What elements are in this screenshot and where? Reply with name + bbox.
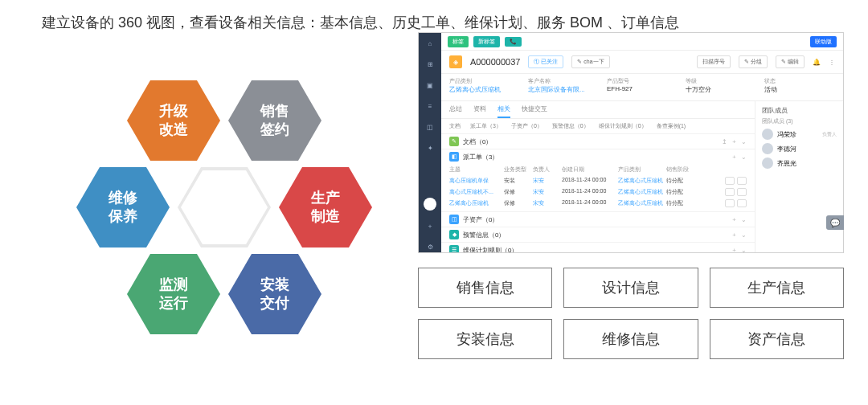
row-action-1[interactable] xyxy=(725,199,735,207)
team-member[interactable]: 李德河 xyxy=(762,143,837,154)
top-pill-2[interactable]: 新标签 xyxy=(473,36,500,47)
hex-center: 设备 xyxy=(178,167,271,248)
upload-icon[interactable]: ↥ xyxy=(722,138,727,145)
row-action-1[interactable] xyxy=(725,177,735,185)
info-cards: 销售信息 设计信息 生产信息 安装信息 维修信息 资产信息 xyxy=(418,268,844,359)
tab-data[interactable]: 资料 xyxy=(473,104,486,118)
user-icon[interactable] xyxy=(424,198,436,211)
chat-fab-icon[interactable]: 💬 xyxy=(826,215,844,230)
info-row: 产品类别乙烯离心式压缩机 客户名称北京国际设备有限... 产品型号EFH-927… xyxy=(441,74,843,101)
subtab-case[interactable]: 备查案例(1) xyxy=(657,122,686,130)
top-pill-phone[interactable]: 📞 xyxy=(505,37,522,47)
tab-quick[interactable]: 快捷交互 xyxy=(522,104,547,118)
add-icon[interactable]: + xyxy=(732,231,736,239)
tab-summary[interactable]: 总结 xyxy=(449,104,462,118)
work-icon: ◧ xyxy=(449,152,459,162)
collapse-icon[interactable]: ⌄ xyxy=(741,153,747,161)
avatar xyxy=(762,158,773,169)
card-produce[interactable]: 生产信息 xyxy=(710,268,844,308)
hex-upgrade: 升级 改造 xyxy=(127,80,220,161)
hex-repair: 维修 保养 xyxy=(76,167,170,248)
add-icon[interactable]: + xyxy=(732,138,736,145)
hex-sales: 销售 签约 xyxy=(228,80,321,161)
table-header: 主题业务类型负责人创建日期产品类别销售阶段 xyxy=(449,164,747,175)
avatar xyxy=(762,143,773,154)
record-header: ◈ A000000037 ① 已关注 ✎ cha一下 扫描序号 ✎ 分组 ✎ 编… xyxy=(441,51,843,74)
record-type-icon: ◈ xyxy=(449,55,462,68)
table-row[interactable]: 离心式压缩机不...保修宋安2018-11-24 00:00乙烯离心式压缩机待分… xyxy=(449,186,747,198)
add-icon[interactable]: + xyxy=(732,216,736,223)
hex-monitor: 监测 运行 xyxy=(127,254,220,334)
plus-icon[interactable]: ＋ xyxy=(424,220,436,231)
main-tabs: 总结 资料 相关 快捷交互 xyxy=(441,101,755,119)
subtab-alert[interactable]: 预警信息（0） xyxy=(552,122,589,130)
subtab-plan[interactable]: 维保计划规则（0） xyxy=(599,122,647,130)
home-icon[interactable]: ⌂ xyxy=(424,38,436,49)
settings-icon[interactable]: ✦ xyxy=(424,142,436,153)
add-icon[interactable]: + xyxy=(732,247,736,253)
team-member[interactable]: 冯荣珍负责人 xyxy=(762,129,837,140)
hexagon-diagram: 升级 改造 销售 签约 维修 保养 设备 生产 制造 监测 运行 安装 交付 xyxy=(0,32,418,402)
sub-tabs: 文档 派工单（3） 子资产（0） 预警信息（0） 维保计划规则（0） 备查案例(… xyxy=(441,119,755,134)
hex-produce: 生产 制造 xyxy=(279,167,372,248)
card-install[interactable]: 安装信息 xyxy=(418,319,552,359)
table-row[interactable]: 离心压缩机单保安装宋安2018-11-24 00:00乙烯离心式压缩机待分配 xyxy=(449,175,747,186)
team-sub: 团队成员 (3) xyxy=(762,117,837,125)
row-action-2[interactable] xyxy=(737,177,747,185)
gear-icon[interactable]: ⚙ xyxy=(424,241,436,252)
collapse-icon[interactable]: ⌄ xyxy=(741,231,747,239)
app-sidebar: ⌂ ⊞ ▣ ≡ ◫ ✦ ＋ ⚙ xyxy=(419,33,441,252)
card-repair[interactable]: 维修信息 xyxy=(563,319,698,359)
collapse-icon[interactable]: ⌄ xyxy=(741,216,747,223)
more-icon[interactable]: ⋮ xyxy=(829,59,835,66)
child-icon: ◫ xyxy=(449,215,459,224)
section-plan: ☰维保计划规则（0）+⌄ xyxy=(441,243,755,252)
subtab-child[interactable]: 子资产（0） xyxy=(511,122,542,130)
avatar xyxy=(762,129,773,140)
page-title: 建立设备的 360 视图，查看设备相关信息：基本信息、历史工单、维保计划、服务 … xyxy=(0,0,868,32)
section-doc: ✎ 文档（0） ↥+⌄ xyxy=(441,134,755,149)
card-design[interactable]: 设计信息 xyxy=(563,268,698,308)
follow-button[interactable]: ① 已关注 xyxy=(528,55,563,68)
tab-related[interactable]: 相关 xyxy=(497,104,510,118)
group-button[interactable]: ✎ 分组 xyxy=(739,55,768,68)
subtab-doc[interactable]: 文档 xyxy=(449,122,461,130)
box-icon[interactable]: ▣ xyxy=(424,80,436,91)
card-sales[interactable]: 销售信息 xyxy=(418,268,552,308)
work-table: 主题业务类型负责人创建日期产品类别销售阶段 离心压缩机单保安装宋安2018-11… xyxy=(449,164,747,209)
bell-icon[interactable]: 🔔 xyxy=(813,59,821,66)
scan-button[interactable]: 扫描序号 xyxy=(697,55,731,68)
plan-icon: ☰ xyxy=(449,245,459,252)
list-icon[interactable]: ≡ xyxy=(424,100,436,112)
top-pill-1[interactable]: 标签 xyxy=(448,36,469,47)
record-id: A000000037 xyxy=(470,57,520,67)
table-row[interactable]: 乙烯离心压缩机保修宋安2018-11-24 00:00乙烯离心式压缩机待分配 xyxy=(449,198,747,209)
add-icon[interactable]: + xyxy=(732,153,736,161)
grid-icon[interactable]: ◫ xyxy=(424,121,436,133)
collapse-icon[interactable]: ⌄ xyxy=(741,247,747,253)
cha-button[interactable]: ✎ cha一下 xyxy=(571,55,609,68)
team-member[interactable]: 齐恩光 xyxy=(762,158,837,169)
hex-install: 安装 交付 xyxy=(228,254,321,334)
section-alert: ◆预警信息（0）+⌄ xyxy=(441,227,755,243)
corner-badge: 联动版 xyxy=(810,36,837,47)
row-action-2[interactable] xyxy=(737,199,747,207)
collapse-icon[interactable]: ⌄ xyxy=(741,138,747,145)
section-work: ◧ 派工单（3） +⌄ 主题业务类型负责人创建日期产品类别销售阶段 离心压缩机单… xyxy=(441,149,755,212)
edit-button[interactable]: ✎ 编辑 xyxy=(776,55,805,68)
alert-icon: ◆ xyxy=(449,230,459,239)
app-screenshot: 联动版 ⌂ ⊞ ▣ ≡ ◫ ✦ ＋ ⚙ 标签 新标签 📞 xyxy=(418,32,844,253)
row-action-1[interactable] xyxy=(725,188,735,196)
subtab-work[interactable]: 派工单（3） xyxy=(470,122,502,130)
doc-icon: ✎ xyxy=(449,137,459,146)
app-topbar: 标签 新标签 📞 xyxy=(441,33,843,51)
row-action-2[interactable] xyxy=(737,188,747,196)
section-child: ◫子资产（0）+⌄ xyxy=(441,212,755,227)
team-title: 团队成员 xyxy=(762,106,837,115)
card-asset[interactable]: 资产信息 xyxy=(710,319,844,359)
tree-icon[interactable]: ⊞ xyxy=(424,59,436,70)
